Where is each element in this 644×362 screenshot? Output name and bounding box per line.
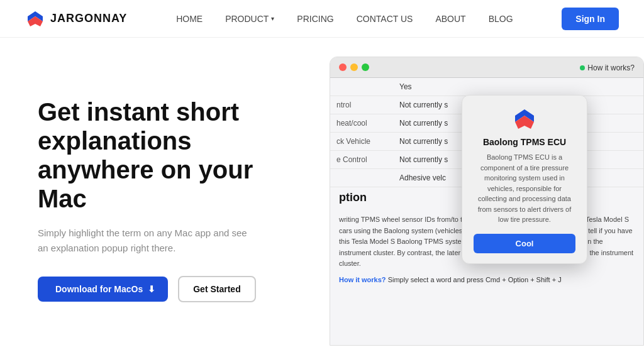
popup-logo-icon xyxy=(512,108,537,131)
cta-buttons: Download for MacOs ⬇ Get Started xyxy=(38,276,289,302)
nav-links: HOME PRODUCT ▾ PRICING CONTACT US ABOUT … xyxy=(176,14,513,24)
nav-about[interactable]: ABOUT xyxy=(435,14,465,24)
get-started-button[interactable]: Get Started xyxy=(178,276,255,302)
popup-title: Baolong TPMS ECU xyxy=(474,137,575,147)
main-content: Get instant short explanations anywhere … xyxy=(0,38,644,362)
nav-pricing[interactable]: PRICING xyxy=(297,14,333,24)
mac-minimize-button[interactable] xyxy=(350,63,358,71)
popup-modal: Baolong TPMS ECU Baolong TPMS ECU is a c… xyxy=(462,95,587,264)
download-icon: ⬇ xyxy=(148,284,155,294)
hero-section: Get instant short explanations anywhere … xyxy=(38,97,302,302)
how-it-works-text: How it works? Simply select a word and p… xyxy=(339,275,635,286)
logo[interactable]: JARGONNAY xyxy=(25,10,127,28)
mac-close-button[interactable] xyxy=(339,63,347,71)
nav-contact[interactable]: CONTACT US xyxy=(357,14,413,24)
nav-home[interactable]: HOME xyxy=(176,14,203,24)
nav-product[interactable]: PRODUCT ▾ xyxy=(225,14,274,24)
download-button[interactable]: Download for MacOs ⬇ xyxy=(38,277,168,302)
how-it-works-tag: How it works? xyxy=(580,63,635,72)
mac-titlebar: How it works? xyxy=(330,57,643,78)
mac-maximize-button[interactable] xyxy=(362,63,369,71)
sign-in-button[interactable]: Sign In xyxy=(562,8,619,30)
table-row: Yes xyxy=(330,78,643,96)
app-screenshot: How it works? Yes ntrol Not currently s … xyxy=(330,57,644,346)
popup-cool-button[interactable]: Cool xyxy=(474,234,575,253)
hero-subtitle: Simply highlight the term on any Mac app… xyxy=(38,226,258,256)
navbar: JARGONNAY HOME PRODUCT ▾ PRICING CONTACT… xyxy=(0,0,644,38)
screenshot-area: How it works? Yes ntrol Not currently s … xyxy=(302,38,644,362)
popup-description: Baolong TPMS ECU is a component of a tir… xyxy=(474,152,575,225)
logo-icon xyxy=(25,10,45,28)
nav-blog[interactable]: BLOG xyxy=(489,14,513,24)
logo-text: JARGONNAY xyxy=(50,12,127,25)
chevron-down-icon: ▾ xyxy=(271,15,274,22)
green-dot-icon xyxy=(580,65,585,70)
hero-title: Get instant short explanations anywhere … xyxy=(38,97,289,213)
